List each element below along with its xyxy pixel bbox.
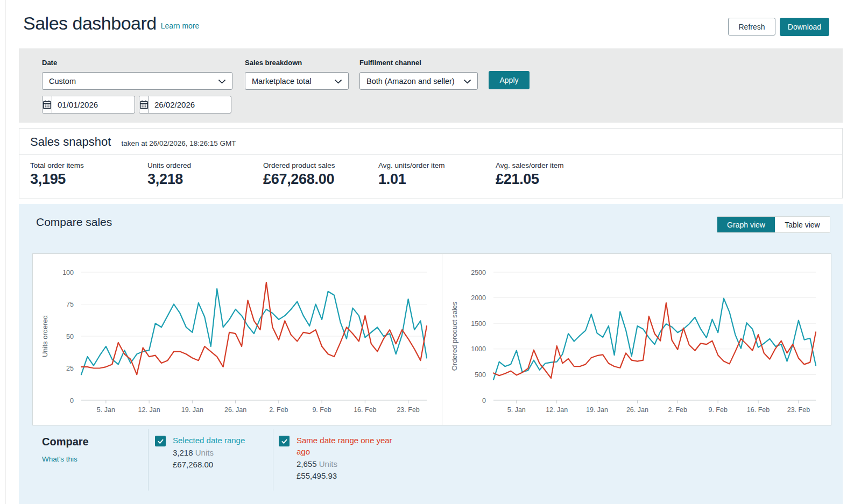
svg-text:0: 0 (70, 397, 74, 404)
table-view-button[interactable]: Table view (775, 217, 830, 232)
snapshot-timestamp: taken at 26/02/2026, 18:26:15 GMT (121, 139, 236, 149)
svg-text:500: 500 (475, 371, 486, 379)
series2-name: Same date range one year ago (297, 435, 407, 457)
legend-divider (148, 429, 149, 491)
sales-snapshot-card: Sales snapshot taken at 26/02/2026, 18:2… (19, 128, 843, 198)
series2-sales: £55,495.93 (297, 470, 407, 481)
compare-sales-section: Compare sales Graph view Table view 0255… (19, 204, 843, 504)
date-label: Date (42, 59, 57, 67)
compare-legend: Compare What’s this Selected date range … (19, 427, 843, 504)
svg-text:19. Jan: 19. Jan (181, 406, 203, 414)
svg-text:Ordered product sales: Ordered product sales (450, 301, 458, 371)
snapshot-metrics: Total order items 3,195 Units ordered 3,… (19, 155, 842, 196)
svg-text:100: 100 (62, 269, 74, 276)
svg-text:5. Jan: 5. Jan (97, 406, 115, 414)
year-ago-checkbox[interactable] (279, 436, 290, 446)
page-edge-divider (5, 0, 6, 504)
page-title: Sales dashboard (23, 13, 157, 34)
fulfilment-channel-label: Fulfilment channel (359, 59, 421, 67)
compare-legend-title: Compare (42, 436, 89, 448)
svg-text:25: 25 (66, 365, 74, 372)
svg-text:1500: 1500 (471, 320, 486, 328)
sales-snapshot-title: Sales snapshot (30, 135, 111, 149)
metric-avg-sales-per-order: Avg. sales/order item £21.05 (496, 161, 564, 188)
date-range-value: Custom (49, 77, 76, 86)
svg-text:5. Jan: 5. Jan (507, 406, 526, 414)
fulfilment-channel-value: Both (Amazon and seller) (366, 77, 455, 86)
svg-text:19. Jan: 19. Jan (586, 406, 608, 414)
fulfilment-channel-select[interactable]: Both (Amazon and seller) (359, 72, 478, 90)
svg-text:9. Feb: 9. Feb (312, 406, 331, 414)
date-range-select[interactable]: Custom (42, 72, 232, 90)
svg-text:75: 75 (66, 301, 74, 308)
metric-avg-units-per-order: Avg. units/order item 1.01 (378, 161, 445, 188)
metric-units-ordered: Units ordered 3,218 (147, 161, 191, 188)
chevron-down-icon (218, 77, 225, 86)
svg-text:12. Jan: 12. Jan (546, 406, 568, 414)
sales-breakdown-value: Marketplace total (252, 77, 311, 86)
sales-snapshot-header: Sales snapshot taken at 26/02/2026, 18:2… (19, 129, 842, 155)
svg-text:26. Jan: 26. Jan (626, 406, 648, 414)
svg-text:23. Feb: 23. Feb (397, 406, 419, 414)
date-from-input[interactable] (52, 96, 135, 113)
legend-divider (273, 429, 273, 491)
graph-view-button[interactable]: Graph view (717, 217, 775, 232)
legend-item-selected-range: Selected date range 3,218 Units £67,268.… (155, 435, 245, 470)
svg-text:2. Feb: 2. Feb (269, 406, 288, 414)
refresh-button[interactable]: Refresh (728, 18, 775, 36)
svg-text:1000: 1000 (471, 345, 486, 353)
ordered-product-sales-chart: 050010001500200025005. Jan12. Jan19. Jan… (442, 253, 831, 425)
svg-text:23. Feb: 23. Feb (787, 406, 810, 414)
metric-ordered-product-sales: Ordered product sales £67,268.00 (263, 161, 335, 188)
legend-item-year-ago: Same date range one year ago 2,655 Units… (279, 435, 407, 481)
svg-text:0: 0 (482, 397, 486, 404)
calendar-icon[interactable] (139, 96, 149, 113)
calendar-icon[interactable] (43, 96, 52, 113)
sales-breakdown-select[interactable]: Marketplace total (245, 72, 349, 90)
svg-text:9. Feb: 9. Feb (708, 406, 727, 414)
apply-button[interactable]: Apply (489, 71, 530, 89)
svg-text:12. Jan: 12. Jan (138, 406, 160, 414)
chevron-down-icon (464, 77, 471, 86)
selected-range-checkbox[interactable] (155, 436, 166, 446)
units-ordered-chart: 02550751005. Jan12. Jan19. Jan26. Jan2. … (32, 253, 442, 425)
svg-text:16. Feb: 16. Feb (747, 406, 770, 414)
date-from-field (42, 96, 135, 113)
series1-sales: £67,268.00 (173, 459, 245, 470)
series2-units: 2,655 Units (297, 458, 407, 470)
sales-breakdown-label: Sales breakdown (245, 59, 302, 67)
svg-text:50: 50 (66, 333, 74, 340)
whats-this-link[interactable]: What’s this (42, 455, 77, 463)
svg-text:26. Jan: 26. Jan (224, 406, 246, 414)
date-to-input[interactable] (149, 96, 231, 113)
series1-units: 3,218 Units (173, 447, 245, 458)
series1-name: Selected date range (173, 435, 245, 446)
svg-text:2500: 2500 (471, 269, 486, 276)
svg-text:Units ordered: Units ordered (41, 315, 49, 357)
svg-text:16. Feb: 16. Feb (354, 406, 376, 414)
svg-text:2. Feb: 2. Feb (668, 406, 687, 414)
compare-sales-title: Compare sales (36, 216, 112, 229)
chevron-down-icon (335, 77, 342, 86)
date-to-field (139, 96, 231, 113)
metric-total-order-items: Total order items 3,195 (30, 161, 84, 188)
filter-panel: Date Custom Sales breakdown Marketplace … (19, 48, 843, 123)
svg-text:2000: 2000 (471, 294, 486, 302)
download-button[interactable]: Download (780, 18, 829, 36)
learn-more-link[interactable]: Learn more (161, 22, 200, 34)
page-header: Sales dashboard Learn more (23, 13, 199, 34)
sales-dashboard-page: Sales dashboard Learn more Refresh Downl… (0, 0, 861, 504)
view-toggle: Graph view Table view (717, 216, 830, 233)
